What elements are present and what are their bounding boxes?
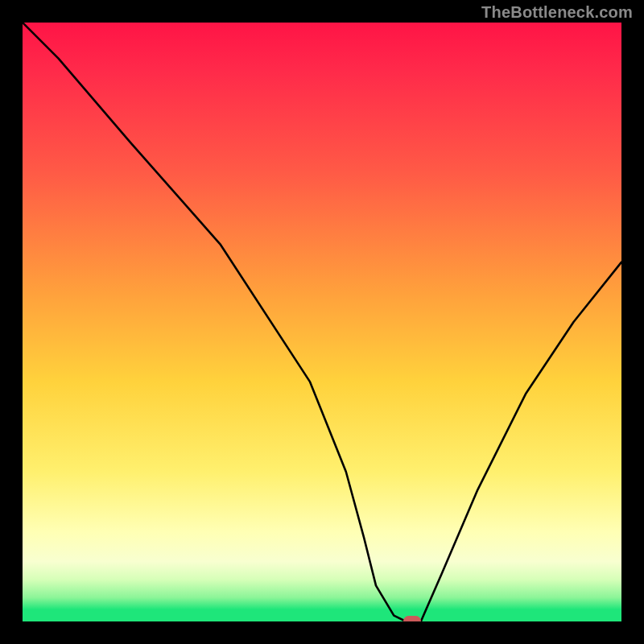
watermark-text: TheBottleneck.com (481, 3, 633, 22)
optimal-point-marker (403, 616, 421, 621)
bottleneck-curve (23, 23, 621, 621)
plot-area (23, 23, 621, 621)
curve-layer (23, 23, 621, 621)
chart-frame: TheBottleneck.com (0, 0, 644, 644)
